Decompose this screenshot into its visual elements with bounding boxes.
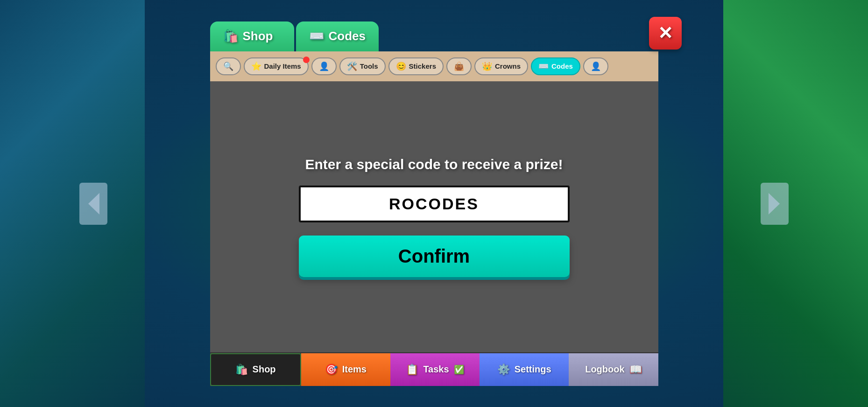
next-arrow[interactable] [761, 183, 789, 225]
prev-arrow[interactable] [79, 183, 107, 225]
avatar-icon: 👤 [319, 61, 329, 71]
items-bottom-label: Items [342, 364, 367, 375]
tools-icon: 🛠️ [347, 61, 357, 71]
keyboard-icon: ⌨️ [538, 61, 549, 71]
stickers-label: Stickers [409, 62, 436, 70]
codes-subtab-label: Codes [551, 62, 573, 70]
subtab-bar: 🔍 ⭐ Daily Items 👤 🛠️ Tools 😊 Stickers 👜 … [210, 51, 658, 81]
bottom-tab-tasks[interactable]: 📋 Tasks ✅ [390, 353, 480, 386]
title-spacer [379, 21, 658, 51]
close-icon: ✕ [658, 24, 673, 42]
subtab-stickers[interactable]: 😊 Stickers [388, 57, 444, 75]
confirm-button[interactable]: Confirm [299, 236, 570, 277]
tasks-bottom-label: Tasks [423, 364, 449, 375]
star-icon: ⭐ [251, 61, 261, 71]
promo-text: Enter a special code to receive a prize! [305, 157, 563, 172]
shop-tab-label: Shop [243, 29, 273, 43]
profile-icon: 👤 [591, 61, 601, 71]
shop-modal: 🛍️ Shop ⌨️ Codes ✕ 🔍 ⭐ Daily Items 👤 🛠️ … [210, 21, 658, 386]
subtab-avatar[interactable]: 👤 [311, 57, 337, 75]
bottom-tab-items[interactable]: 🎯 Items [301, 353, 390, 386]
shop-icon: 🛍️ [223, 29, 238, 43]
subtab-bag[interactable]: 👜 [446, 57, 472, 75]
crowns-label: Crowns [495, 62, 521, 70]
bottom-nav-bar: 🛍️ Shop 🎯 Items 📋 Tasks ✅ ⚙️ Settings Lo… [210, 352, 658, 386]
stickers-icon: 😊 [396, 61, 406, 71]
code-input-wrapper [299, 186, 570, 222]
crown-icon: 👑 [482, 61, 492, 71]
tasks-check-icon: ✅ [454, 364, 464, 375]
daily-items-label: Daily Items [264, 62, 301, 70]
codes-title-icon: ⌨️ [309, 29, 324, 43]
settings-bottom-label: Settings [515, 364, 551, 375]
search-icon: 🔍 [223, 61, 233, 71]
notification-dot [303, 57, 310, 63]
logbook-bottom-icon: 📖 [629, 364, 642, 376]
shop-tab-title[interactable]: 🛍️ Shop [210, 21, 294, 51]
tools-label: Tools [360, 62, 378, 70]
subtab-tools[interactable]: 🛠️ Tools [339, 57, 386, 75]
svg-marker-0 [88, 193, 99, 214]
shop-bottom-icon: 🛍️ [235, 364, 248, 376]
codes-tab-title[interactable]: ⌨️ Codes [296, 21, 379, 51]
subtab-search[interactable]: 🔍 [216, 57, 241, 75]
subtab-crowns[interactable]: 👑 Crowns [474, 57, 528, 75]
bottom-tab-shop[interactable]: 🛍️ Shop [210, 353, 301, 386]
subtab-profile[interactable]: 👤 [583, 57, 608, 75]
code-input[interactable] [301, 187, 568, 221]
bottom-tab-settings[interactable]: ⚙️ Settings [480, 353, 569, 386]
settings-bottom-icon: ⚙️ [497, 364, 510, 376]
codes-tab-label: Codes [329, 29, 366, 43]
subtab-daily[interactable]: ⭐ Daily Items [244, 57, 309, 75]
svg-marker-1 [769, 193, 780, 214]
close-button[interactable]: ✕ [649, 17, 682, 50]
subtab-codes[interactable]: ⌨️ Codes [531, 57, 580, 75]
bag-icon: 👜 [454, 61, 464, 71]
background-right [723, 0, 868, 407]
title-bar: 🛍️ Shop ⌨️ Codes ✕ [210, 21, 658, 51]
background-left [0, 0, 145, 407]
bottom-tab-logbook[interactable]: Logbook 📖 [569, 353, 658, 386]
shop-bottom-label: Shop [253, 364, 276, 375]
items-bottom-icon: 🎯 [325, 364, 338, 376]
tasks-bottom-icon: 📋 [406, 364, 418, 376]
content-area: Enter a special code to receive a prize!… [210, 81, 658, 352]
logbook-bottom-label: Logbook [585, 364, 624, 375]
